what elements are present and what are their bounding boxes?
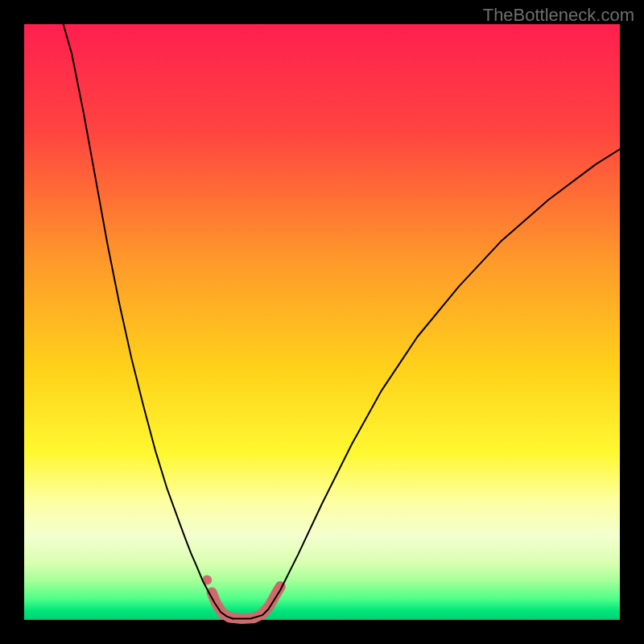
- watermark-text: TheBottleneck.com: [483, 5, 634, 26]
- plot-area: [24, 24, 620, 620]
- chart-svg: [0, 0, 644, 644]
